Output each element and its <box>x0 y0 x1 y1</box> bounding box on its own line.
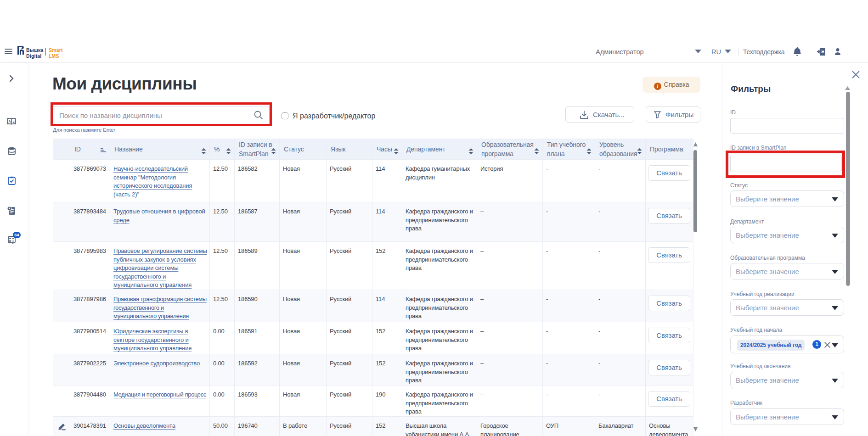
svg-text:Z: Z <box>13 120 15 124</box>
svg-text:A: A <box>8 119 11 123</box>
